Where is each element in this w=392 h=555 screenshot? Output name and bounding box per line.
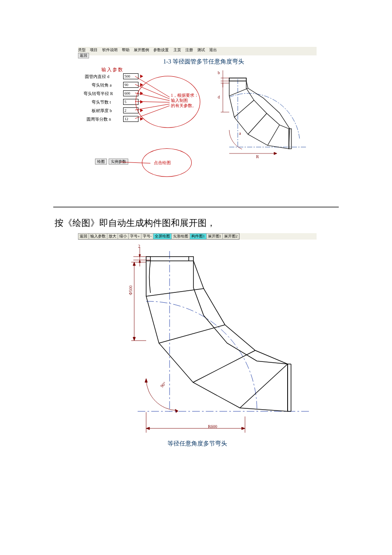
annotation-line-2 <box>78 47 206 183</box>
toolbar-component1[interactable]: 构件图1 <box>190 233 207 240</box>
svg-rect-14 <box>229 78 246 81</box>
svg-line-36 <box>193 350 255 382</box>
svg-line-35 <box>159 325 225 343</box>
toolbar-font-minus[interactable]: 字号- <box>141 233 153 240</box>
annotation-text: 点击绘图 <box>154 160 171 165</box>
toolbar-unfold2[interactable]: 展开图2 <box>222 233 239 240</box>
dim-b: b <box>218 70 220 75</box>
toolbar-unfold1[interactable]: 展开图1 <box>206 233 223 240</box>
svg-line-16 <box>234 100 254 117</box>
drawing-toolbar: 返回输入参数放大缩小字号+字号-全屏绘图实形绘图构件图1展开图1展开图2 <box>78 233 239 240</box>
input-parameters-panel: 类型 项目 软件说明 帮助 展开图例 参数设置 主页 注册 测试 退出 返回 1… <box>78 47 317 190</box>
svg-rect-20 <box>289 129 291 149</box>
dim-a: a <box>239 131 241 136</box>
large-elbow-drawing <box>78 242 317 438</box>
svg-line-6 <box>121 162 150 163</box>
dim-phi: Φ500 <box>128 286 133 295</box>
drawing-title: 等径任意角度多节弯头 <box>78 440 317 448</box>
toolbar-fullscreen[interactable]: 全屏绘图 <box>153 233 172 240</box>
svg-line-18 <box>268 125 280 145</box>
dim-b: 2 <box>138 244 140 249</box>
toolbar-realshape[interactable]: 实形绘图 <box>171 233 190 240</box>
output-drawing-panel: 返回输入参数放大缩小字号+字号-全屏绘图实形绘图构件图1展开图1展开图2 <box>78 233 317 451</box>
svg-line-37 <box>240 364 288 408</box>
separator-line <box>53 207 339 208</box>
svg-line-17 <box>248 113 267 134</box>
dim-R: R <box>256 154 259 159</box>
toolbar-font-plus[interactable]: 字号+ <box>128 233 141 240</box>
toolbar-back[interactable]: 返回 <box>78 233 89 240</box>
dim-R: R600 <box>208 424 217 429</box>
toolbar-input[interactable]: 输入参数 <box>89 233 107 240</box>
dim-d: d <box>218 95 220 99</box>
toolbar-zoom-in[interactable]: 放大 <box>107 233 118 240</box>
mid-caption: 按《绘图》即自动生成构件图和展开图， <box>55 217 392 229</box>
svg-line-15 <box>229 88 248 96</box>
toolbar-zoom-out[interactable]: 缩小 <box>118 233 129 240</box>
